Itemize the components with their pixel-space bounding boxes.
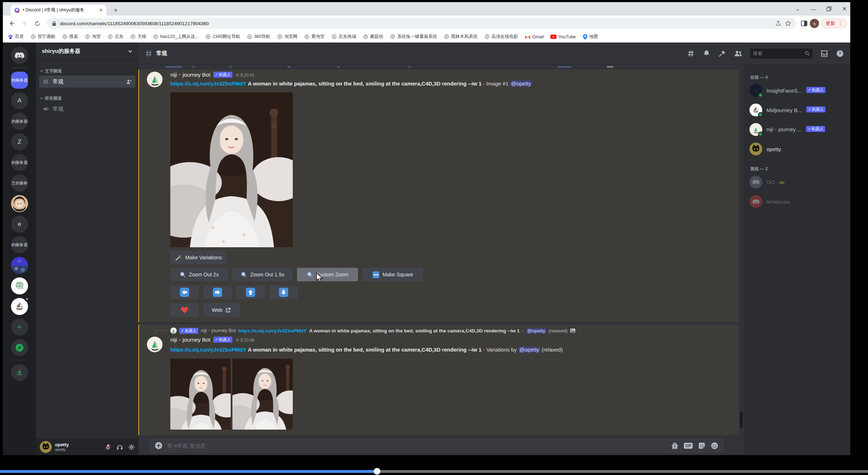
bookmark-item[interactable]: 爱淘宝 xyxy=(304,34,325,40)
invite-people-icon[interactable] xyxy=(126,79,132,85)
bookmark-item[interactable]: 京东商城 xyxy=(331,34,356,40)
bookmark-item[interactable]: 搜索 xyxy=(62,34,78,40)
forward-button[interactable] xyxy=(19,18,30,29)
server-header[interactable]: shiryu的服务器 xyxy=(36,43,138,60)
open-web-button[interactable]: Web xyxy=(203,303,240,317)
bookmark-item[interactable]: 系统兔一键重装系统 xyxy=(390,34,437,40)
server-icon-girl-avatar[interactable] xyxy=(11,195,28,212)
gift-icon[interactable] xyxy=(671,442,679,449)
video-progress-track[interactable] xyxy=(377,470,868,473)
pan-left-button[interactable] xyxy=(170,286,199,299)
bookmark-item[interactable]: 高清在线电影 xyxy=(484,34,518,40)
gif-picker-icon[interactable]: GIF xyxy=(684,443,693,449)
bookmark-item[interactable]: Gmail xyxy=(525,34,544,39)
user-avatar[interactable] xyxy=(40,441,52,453)
emoji-icon[interactable] xyxy=(711,442,718,449)
message-input-bar[interactable]: GIF xyxy=(149,438,724,453)
bookmark-item[interactable]: 蘑菇街 xyxy=(363,34,384,40)
bookmark-item[interactable]: 百度 xyxy=(8,34,24,40)
sticker-icon[interactable] xyxy=(698,442,705,449)
message-author[interactable]: niji・journey Bot xyxy=(170,336,210,344)
reply-reference[interactable]: ✓机器人 niji・journey Bot https://s.mj.run/y… xyxy=(170,327,732,334)
bookmark-item[interactable]: 淘宝网 xyxy=(277,34,298,40)
video-progress-filled[interactable] xyxy=(0,470,377,473)
window-minimize-button[interactable]: — xyxy=(811,6,816,12)
reload-button[interactable] xyxy=(32,18,43,29)
server-icon-banner-avatar[interactable] xyxy=(11,257,28,274)
pan-right-button[interactable] xyxy=(203,286,232,299)
reply-link[interactable]: https://s.mj.run/yJv3ZbsPMdY xyxy=(238,328,307,333)
new-tab-button[interactable]: + xyxy=(111,6,120,15)
chrome-update-button[interactable]: 更新 ⋮ xyxy=(821,19,847,28)
member-row[interactable]: opetty xyxy=(749,141,847,157)
server-icon[interactable]: 的服务器 xyxy=(11,113,28,130)
video-progress-handle[interactable] xyxy=(374,468,380,475)
pan-down-button[interactable] xyxy=(269,286,298,299)
bot-avatar[interactable] xyxy=(147,72,163,87)
side-panel-icon[interactable] xyxy=(801,20,808,27)
bookmark-item[interactable]: 天猫 xyxy=(130,34,146,40)
bookmark-item[interactable]: 2345网址导航 xyxy=(205,34,240,40)
message-author[interactable]: niji・journey Bot xyxy=(170,71,210,79)
bookmark-item[interactable]: 360导航 xyxy=(247,34,270,40)
prompt-link[interactable]: https://s.mj.run/yJv3ZbsPMdY xyxy=(170,347,246,353)
mention-opetty[interactable]: @opetty xyxy=(518,347,540,353)
tab-close-icon[interactable]: ✕ xyxy=(99,7,103,13)
tab-search-chevron-icon[interactable]: ⌄ xyxy=(796,6,800,12)
share-icon[interactable] xyxy=(775,20,781,27)
member-list-icon[interactable] xyxy=(734,50,742,57)
server-icon[interactable]: A xyxy=(11,92,28,109)
browser-tab[interactable]: • Discord | #常规 | shiryu的服务 ✕ xyxy=(11,5,106,16)
variation-image-2[interactable] xyxy=(232,359,293,430)
message-scroll-area[interactable]: niji・journey Bot ✓机器人 今天20:41 https://s.… xyxy=(138,65,744,455)
download-apps-button[interactable] xyxy=(11,364,28,381)
settings-gear-icon[interactable] xyxy=(128,444,135,451)
member-row[interactable]: InsightFaceS... ✓机器人 xyxy=(749,83,847,98)
bookmark-item[interactable]: 地图 xyxy=(583,34,598,40)
search-box[interactable] xyxy=(750,49,813,59)
explore-servers-button[interactable] xyxy=(11,339,28,356)
discord-home-button[interactable] xyxy=(11,47,28,64)
pinned-messages-icon[interactable] xyxy=(718,50,726,57)
prompt-link[interactable]: https://s.mj.run/yJv3ZbsPMdY xyxy=(170,81,246,87)
generated-image[interactable] xyxy=(170,92,293,247)
make-square-button[interactable]: Make Square xyxy=(363,268,423,281)
server-icon-sailboat[interactable] xyxy=(11,298,28,315)
search-input[interactable] xyxy=(753,51,802,56)
member-row[interactable]: lemoncaa xyxy=(749,194,847,209)
mention-opetty[interactable]: @opetty xyxy=(526,328,546,333)
variation-image-1[interactable] xyxy=(170,359,231,430)
server-icon[interactable]: 兰的服务 xyxy=(11,175,28,192)
attach-plus-icon[interactable] xyxy=(155,442,163,449)
chat-scrollbar-thumb[interactable] xyxy=(740,412,743,428)
member-row[interactable]: niji・journey ... ✓机器人 xyxy=(749,122,847,137)
bookmark-item[interactable]: YouTube xyxy=(550,34,576,39)
bookmark-item[interactable]: 淘宝 xyxy=(85,34,101,40)
custom-zoom-button[interactable]: Custom Zoom xyxy=(297,268,358,281)
window-close-button[interactable]: ✕ xyxy=(842,6,847,12)
back-button[interactable] xyxy=(6,18,17,29)
mic-muted-icon[interactable] xyxy=(105,444,111,451)
bookmark-item[interactable]: 京东 xyxy=(108,34,123,40)
mention-opetty[interactable]: @opetty xyxy=(510,81,532,87)
pan-up-button[interactable] xyxy=(236,286,265,299)
bookmark-item[interactable]: 苏宁易购 xyxy=(31,34,55,40)
menu-kebab-icon[interactable]: ⋮ xyxy=(838,21,843,26)
bookmark-item[interactable]: 雨林木风系统 xyxy=(444,34,478,40)
message-input[interactable] xyxy=(167,443,666,449)
server-icon-midjourney[interactable] xyxy=(11,277,28,294)
channel-changgui-text[interactable]: 常规 xyxy=(39,76,136,88)
category-voice-channels[interactable]: 语音频道 xyxy=(36,94,138,103)
category-text-channels[interactable]: 文字频道 xyxy=(36,67,138,75)
server-icon[interactable]: e xyxy=(11,216,28,233)
notifications-bell-icon[interactable] xyxy=(703,50,710,57)
server-icon[interactable]: 的服务器 xyxy=(11,154,28,171)
server-icon-selected[interactable]: 的服务器 xyxy=(11,72,28,89)
address-bar[interactable]: discord.com/channels/1118524900630593608… xyxy=(47,18,796,29)
browser-profile-avatar[interactable]: s xyxy=(810,19,819,28)
server-icon[interactable]: Z xyxy=(11,133,28,150)
member-row[interactable]: OO xyxy=(749,174,847,190)
threads-icon[interactable] xyxy=(687,50,695,57)
server-icon[interactable]: 的服务器 xyxy=(11,236,28,253)
zoom-out-2x-button[interactable]: Zoom Out 2x xyxy=(170,268,228,281)
